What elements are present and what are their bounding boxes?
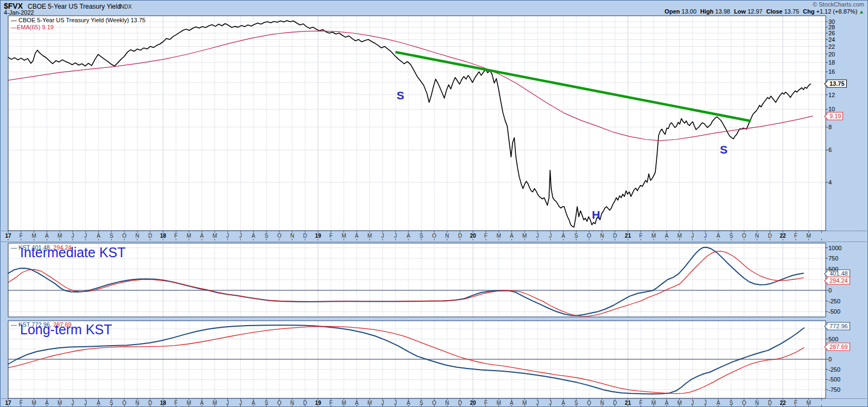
month-label: J	[704, 400, 707, 406]
month-label: N	[600, 233, 604, 239]
month-label: N	[290, 233, 294, 239]
year-label: 18	[160, 233, 166, 239]
ohlc-value-high: 13.98	[713, 8, 730, 15]
month-label: N	[445, 400, 449, 406]
main-tick-label: 24	[828, 36, 835, 43]
year-label: 20	[470, 233, 476, 239]
month-label: O	[122, 233, 126, 239]
ohlc-readout: Open 13.00High 13.98Low 12.97Close 13.75…	[661, 8, 864, 15]
kst-int-tick-label: 0	[828, 287, 832, 294]
month-label: M	[367, 400, 372, 406]
month-label: M	[342, 233, 346, 239]
date-axis-mid: 17FMAMJJASOND18FMAMJJASOND19FMAMJJASOND2…	[2, 231, 866, 242]
month-label: A	[200, 400, 204, 406]
month-label: A	[510, 400, 514, 406]
month-label: A	[355, 233, 359, 239]
ohlc-label-high: High	[700, 8, 713, 15]
month-label: O	[432, 233, 437, 239]
month-label: S	[419, 233, 423, 239]
month-label: M	[187, 233, 191, 239]
panel-title-longterm-kst: Long-term KST	[20, 322, 112, 338]
month-label: A	[200, 233, 204, 239]
stockcharts-chart: $FVX CBOE 5-Year US Treasury Yield INDX …	[0, 0, 868, 407]
month-label: F	[484, 233, 488, 239]
year-label: 21	[625, 233, 631, 239]
month-label: D	[458, 400, 462, 406]
month-label: J	[84, 233, 87, 239]
month-label: O	[587, 400, 591, 406]
month-label: J	[394, 233, 397, 239]
legend-price: — CBOE 5-Year US Treasury Yield (Weekly)…	[10, 17, 146, 24]
ohlc-value-close: 13.75	[782, 8, 799, 15]
month-label: F	[794, 400, 797, 406]
month-label: O	[277, 400, 282, 406]
month-label: D	[613, 233, 617, 239]
month-label: A	[406, 233, 410, 239]
month-label: J	[549, 400, 552, 406]
month-label: F	[329, 233, 333, 239]
month-label: A	[406, 400, 410, 406]
month-label: J	[536, 400, 539, 406]
month-label: D	[613, 400, 617, 406]
ohlc-value-chg: +1.12 (+8.87%)	[814, 8, 857, 15]
month-label: A	[717, 233, 720, 239]
kst-int-red-marker: 294.24	[827, 277, 850, 285]
month-label: F	[484, 400, 488, 406]
main-tick-label: 10	[828, 106, 835, 112]
month-label: M	[496, 400, 501, 406]
kst-int-tick-label: -500	[828, 308, 840, 315]
month-label: M	[31, 400, 36, 406]
symbol-name: CBOE 5-Year US Treasury Yield	[28, 3, 121, 10]
month-label: F	[20, 233, 23, 239]
date-axis-bottom: 17FMAMJJASOND18FMAMJJASOND19FMAMJJASOND2…	[2, 398, 866, 407]
main-tick-label: 22	[828, 43, 835, 50]
month-label: S	[265, 400, 269, 406]
month-label: J	[536, 233, 539, 239]
month-label: A	[355, 400, 359, 406]
year-label: 21	[625, 400, 631, 406]
month-label: M	[213, 233, 217, 239]
month-label: S	[110, 233, 113, 239]
ohlc-label-chg: Chg	[803, 8, 814, 15]
month-label: J	[239, 400, 242, 406]
month-label: J	[72, 400, 74, 406]
month-label: D	[768, 400, 772, 406]
change-up-arrow-icon: ▲	[857, 9, 864, 15]
month-label: N	[755, 400, 759, 406]
month-label: A	[252, 233, 256, 239]
month-label: S	[419, 400, 423, 406]
month-label: N	[290, 400, 294, 406]
kst-lt-tick-label: -250	[828, 366, 840, 373]
ohlc-label-open: Open	[665, 8, 680, 15]
month-label: M	[58, 400, 62, 406]
ohlc-value-open: 13.00	[680, 8, 697, 15]
main-tick-label: 16	[828, 68, 835, 75]
month-label: F	[174, 233, 177, 239]
month-label: A	[665, 400, 668, 406]
month-label: F	[639, 400, 642, 406]
ohlc-value-low: 12.97	[746, 8, 763, 15]
month-label: M	[677, 400, 681, 406]
main-tick-label: 8	[828, 124, 832, 130]
annotation-right-shoulder: S	[720, 143, 727, 156]
month-label: A	[717, 400, 720, 406]
month-label: S	[575, 400, 578, 406]
ohlc-label-close: Close	[766, 8, 782, 15]
month-label: M	[213, 400, 217, 406]
main-tick-label: 26	[828, 30, 835, 36]
month-label: N	[135, 233, 139, 239]
month-label: N	[135, 400, 139, 406]
month-label: O	[432, 400, 437, 406]
month-label: D	[303, 233, 307, 239]
month-label: M	[187, 400, 191, 406]
kst-int-tick-label: 750	[828, 255, 838, 262]
month-label: O	[277, 233, 282, 239]
month-label: J	[381, 400, 384, 406]
month-label: S	[729, 233, 733, 239]
month-label: J	[549, 233, 552, 239]
month-label: O	[587, 233, 591, 239]
stockcharts-credit: © StockCharts.com	[813, 1, 864, 8]
month-label: M	[652, 400, 656, 406]
month-label: M	[342, 400, 346, 406]
kst-lt-tick-label: 0	[828, 356, 832, 363]
